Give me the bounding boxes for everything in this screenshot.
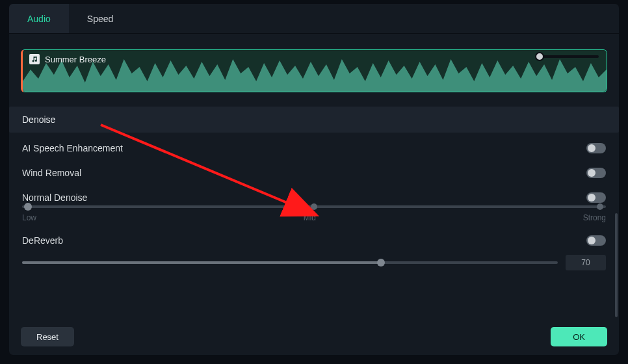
dereverb-slider-line: 70 <box>21 250 607 270</box>
toggle-wind-removal[interactable] <box>586 168 606 178</box>
slider-label-mid: Mid <box>304 213 316 222</box>
row-wind-removal: Wind Removal <box>21 157 607 182</box>
waveform-graphic <box>23 50 607 92</box>
tabs: Audio Speed <box>9 4 619 34</box>
dereverb-value-box[interactable]: 70 <box>566 255 606 270</box>
row-ai-speech-enhancement: AI Speech Enhancement <box>21 133 607 157</box>
audio-clip-title: Summer Breeze <box>45 55 106 64</box>
section-header-denoise: Denoise <box>9 107 619 133</box>
tab-audio[interactable]: Audio <box>9 4 69 33</box>
row-dereverb: DeReverb <box>21 225 607 250</box>
slider-label-low: Low <box>22 213 36 222</box>
normal-denoise-slider-block: Low Mid Strong <box>21 205 607 225</box>
vertical-scrollbar[interactable] <box>615 213 618 317</box>
toggle-ai-speech[interactable] <box>586 143 606 153</box>
label-wind-removal: Wind Removal <box>22 168 81 178</box>
audio-panel: Audio Speed Summer Breeze <box>9 4 619 355</box>
content-area: Summer Breeze Denoise AI Speech Enhancem… <box>9 34 619 318</box>
toggle-dereverb[interactable] <box>586 235 606 246</box>
row-normal-denoise: Normal Denoise <box>21 182 607 204</box>
reset-button[interactable]: Reset <box>21 327 74 346</box>
footer: Reset OK <box>9 318 619 355</box>
normal-denoise-handle[interactable] <box>24 203 32 211</box>
audio-clip-waveform[interactable]: Summer Breeze <box>21 49 607 92</box>
label-dereverb: DeReverb <box>22 235 63 246</box>
normal-denoise-slider[interactable] <box>22 205 606 208</box>
normal-denoise-strong-tick <box>597 203 603 210</box>
clip-volume-slider[interactable] <box>539 55 599 58</box>
label-ai-speech: AI Speech Enhancement <box>22 143 123 153</box>
ok-button[interactable]: OK <box>551 327 607 346</box>
label-normal-denoise: Normal Denoise <box>22 192 87 203</box>
dereverb-handle[interactable] <box>377 259 385 266</box>
toggle-normal-denoise[interactable] <box>586 192 606 203</box>
music-note-icon <box>29 54 40 64</box>
tab-speed[interactable]: Speed <box>69 4 131 33</box>
dereverb-slider[interactable] <box>22 261 558 264</box>
slider-label-strong: Strong <box>583 213 606 222</box>
clip-volume-handle[interactable] <box>535 52 544 61</box>
normal-denoise-mid-tick <box>311 203 317 210</box>
